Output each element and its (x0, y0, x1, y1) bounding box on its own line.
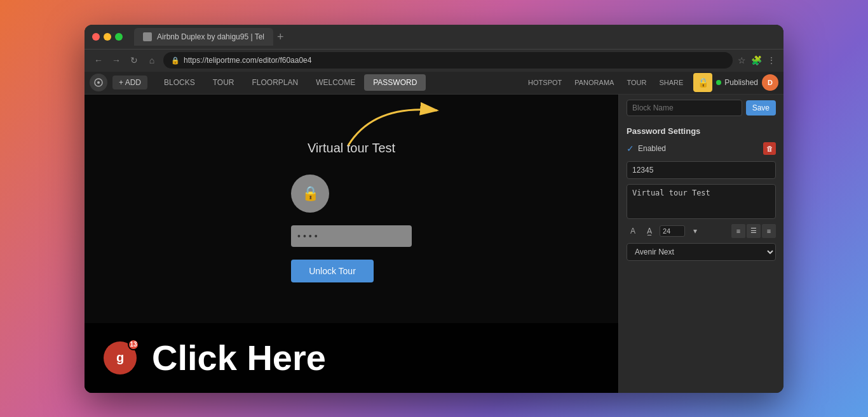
address-bar-actions: ☆ 🧩 ⋮ (738, 55, 776, 65)
enabled-left: ✓ Enabled (627, 143, 666, 154)
font-select-row: Avenir Next (619, 241, 783, 263)
description-textarea[interactable]: Virtual tour Test (627, 184, 776, 219)
tab-panorama[interactable]: PANORAMA (568, 76, 620, 89)
panel-section-title: Password Settings (619, 121, 783, 138)
delete-button[interactable]: 🗑 (763, 142, 776, 155)
tab-area: Airbnb Duplex by dahigu95 | Tel + (134, 28, 776, 46)
font-family-select[interactable]: Avenir Next (627, 243, 776, 261)
password-screen: Virtual tour Test 🔒 Unlock Tour (291, 141, 412, 282)
highlight-icon[interactable]: A̲ (643, 225, 656, 237)
password-input[interactable] (291, 225, 412, 247)
address-bar: ← → ↻ ⌂ 🔒 https://teliportme.com/editor/… (85, 49, 783, 72)
tab-password[interactable]: PASSWORD (364, 74, 426, 91)
block-name-input[interactable] (627, 100, 742, 116)
svg-point-1 (97, 81, 100, 84)
nav-tabs: BLOCKS TOUR FLOORPLAN WELCOME PASSWORD (155, 74, 426, 91)
password-field[interactable]: 12345 (627, 161, 776, 179)
badge-count: 13 (128, 339, 139, 350)
menu-icon[interactable]: ⋮ (767, 55, 776, 65)
tab-share[interactable]: SHARE (653, 76, 689, 89)
title-bar: Airbnb Duplex by dahigu95 | Tel + (85, 25, 783, 49)
main-content: Virtual tour Test 🔒 Unlock Tour g 13 Cli… (85, 95, 783, 393)
align-center-button[interactable]: ☰ (747, 224, 761, 238)
format-toolbar: A A̲ ▾ ≡ ☰ ≡ (619, 222, 783, 241)
published-label: Published (724, 78, 758, 87)
close-button[interactable] (92, 33, 100, 41)
tab-blocks[interactable]: BLOCKS (155, 74, 204, 91)
refresh-button[interactable]: ↻ (128, 55, 140, 65)
add-button[interactable]: + ADD (112, 76, 147, 89)
tab-title: Airbnb Duplex by dahigu95 | Tel (157, 32, 264, 41)
secure-icon: 🔒 (171, 56, 180, 65)
font-size-down-icon[interactable]: ▾ (689, 225, 702, 237)
bookmark-icon[interactable]: ☆ (738, 55, 746, 65)
tab-welcome[interactable]: WELCOME (307, 74, 364, 91)
user-avatar[interactable]: D (762, 74, 778, 91)
font-color-icon[interactable]: A (627, 225, 639, 237)
tab-floorplan[interactable]: FLOORPLAN (243, 74, 307, 91)
traffic-lights (92, 33, 123, 41)
maximize-button[interactable] (115, 33, 123, 41)
g-badge: g 13 (104, 341, 137, 374)
lock-circle-icon: 🔒 (291, 175, 329, 213)
forward-button[interactable]: → (110, 55, 123, 65)
editor-canvas: Virtual tour Test 🔒 Unlock Tour g 13 Cli… (85, 95, 618, 393)
lock-button[interactable]: 🔒 (693, 73, 712, 92)
enabled-label: Enabled (638, 144, 666, 153)
align-buttons: ≡ ☰ ≡ (731, 224, 776, 238)
browser-window: Airbnb Duplex by dahigu95 | Tel + ← → ↻ … (85, 25, 783, 393)
enabled-row: ✓ Enabled 🗑 (619, 138, 783, 159)
tab-favicon (143, 32, 152, 41)
extensions-icon[interactable]: 🧩 (751, 55, 762, 65)
published-badge: Published (716, 78, 758, 87)
tab-tour[interactable]: TOUR (204, 74, 243, 91)
font-size-input[interactable] (660, 225, 685, 237)
click-here-text: Click Here (152, 337, 326, 378)
align-right-button[interactable]: ≡ (762, 224, 776, 238)
browser-tab[interactable]: Airbnb Duplex by dahigu95 | Tel (134, 28, 273, 46)
right-panel: Save Password Settings ✓ Enabled 🗑 12345… (618, 95, 783, 393)
save-button[interactable]: Save (746, 100, 776, 116)
g-letter: g (116, 350, 124, 365)
hotspot-tabs: HOTSPOT PANORAMA TOUR SHARE (522, 76, 689, 89)
new-tab-button[interactable]: + (277, 31, 284, 43)
minimize-button[interactable] (104, 33, 111, 41)
lock-icon: 🔒 (698, 77, 709, 88)
app-toolbar: + ADD BLOCKS TOUR FLOORPLAN WELCOME PASS… (85, 72, 783, 95)
url-bar[interactable]: 🔒 https://teliportme.com/editor/f60aa0e4 (163, 52, 733, 69)
tab-tour-view[interactable]: TOUR (620, 76, 653, 89)
home-button[interactable]: ⌂ (146, 55, 158, 65)
tour-title: Virtual tour Test (291, 141, 412, 156)
bottom-overlay: g 13 Click Here (85, 323, 618, 393)
back-button[interactable]: ← (92, 55, 105, 65)
app-logo (90, 74, 107, 91)
unlock-tour-button[interactable]: Unlock Tour (291, 260, 374, 282)
panel-header: Save (619, 95, 783, 121)
tab-hotspot[interactable]: HOTSPOT (522, 76, 568, 89)
lock-big-icon: 🔒 (302, 185, 319, 202)
align-left-button[interactable]: ≡ (731, 224, 745, 238)
check-icon: ✓ (627, 143, 634, 154)
published-dot (716, 80, 721, 85)
toolbar-right: HOTSPOT PANORAMA TOUR SHARE 🔒 Published … (522, 73, 778, 92)
url-text: https://teliportme.com/editor/f60aa0e4 (184, 56, 311, 65)
